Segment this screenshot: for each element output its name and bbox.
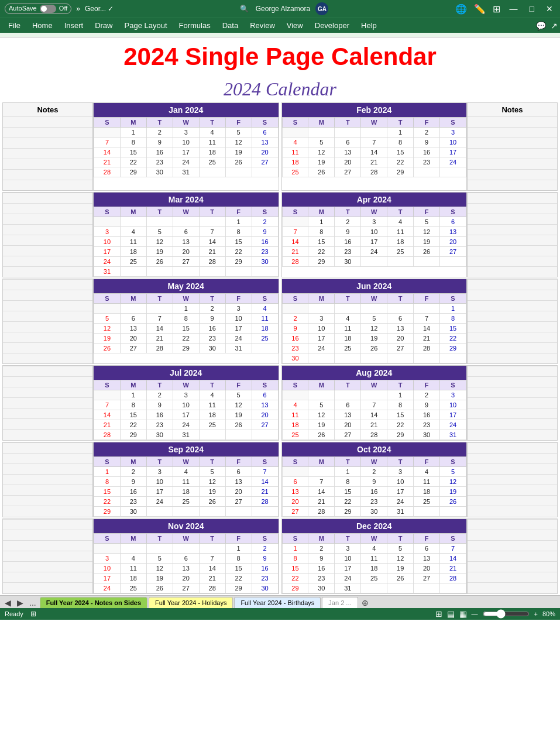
notes-line: [468, 561, 557, 572]
menu-insert[interactable]: Insert: [59, 19, 90, 32]
notes-line: [468, 429, 557, 439]
notes-line: [468, 506, 557, 516]
notes-line: [468, 180, 557, 190]
month-oct: Oct 2024 SMTWTFS 12345 6789101112 131415…: [281, 442, 468, 517]
menu-formulas[interactable]: Formulas: [173, 19, 217, 32]
notes-lines-left-2: [3, 193, 92, 277]
sheet-tab-holidays[interactable]: Full Year 2024 - Holidays: [149, 597, 233, 608]
sheet-tabs: ◀ ▶ ... Full Year 2024 - Notes on Sides …: [0, 595, 560, 608]
sheet-tab-notes-on-sides[interactable]: Full Year 2024 - Notes on Sides: [40, 597, 147, 608]
month-sep-table: SMTWTFS 1234567 891011121314 15161718192…: [94, 456, 279, 517]
comment-icon[interactable]: 💬: [536, 21, 546, 30]
months-area-3: May 2024 SMTWTFS 1234 567891011 12131415…: [93, 279, 467, 364]
page-break-view-icon[interactable]: ▦: [459, 609, 467, 619]
notes-col-left-3: [2, 279, 93, 364]
notes-col-left-5: [2, 442, 93, 517]
tab-prev-button[interactable]: ◀: [2, 598, 13, 607]
notes-line: [468, 397, 557, 408]
title-bar: AutoSave Off » Geor... ✓ 🔍 George Alzamo…: [0, 0, 560, 18]
sheet-tab-birthdays[interactable]: Full Year 2024 - Birthdays: [234, 597, 321, 608]
notes-lines-right-2: [468, 193, 557, 277]
notes-line: [468, 148, 557, 159]
month-sep: Sep 2024 SMTWTFS 1234567 891011121314 15…: [93, 442, 279, 517]
menu-developer[interactable]: Developer: [309, 19, 355, 32]
zoom-out-icon[interactable]: —: [472, 610, 478, 617]
notes-line: [468, 342, 557, 353]
notes-line: [468, 495, 557, 506]
notes-line: [3, 214, 92, 224]
bottom-status-bar: Ready ⊞ ⊞ ▤ ▦ — + 80%: [0, 608, 560, 620]
share-icon[interactable]: ↗: [551, 21, 558, 30]
notes-line: [3, 408, 92, 418]
notes-line: [3, 193, 92, 203]
month-feb: Feb 2024 SMTWTFS 123 45678910 1112131415…: [281, 102, 468, 191]
months-area-6: Nov 2024 SMTWTFS 12 3456789 101112131415…: [93, 518, 467, 594]
close-button[interactable]: ✕: [544, 4, 555, 13]
notes-lines-left-4: [3, 366, 92, 440]
autosave-button[interactable]: AutoSave Off: [5, 4, 71, 14]
menu-right-icons: 💬 ↗: [536, 21, 558, 30]
calendar-title: 2024 Calendar: [0, 74, 560, 102]
notes-header-right-1: Notes: [468, 103, 557, 116]
zoom-slider[interactable]: [483, 609, 530, 619]
month-nov-header: Nov 2024: [94, 519, 279, 533]
notes-lines-right-1: [468, 116, 557, 190]
notes-col-right-4: [467, 365, 558, 441]
month-jun-header: Jun 2024: [282, 279, 467, 293]
menu-home[interactable]: Home: [26, 19, 59, 32]
main-content: Notes Jan 2024 SMTWTFS 123456 7891011121…: [0, 102, 560, 595]
month-mar-header: Mar 2024: [94, 193, 279, 207]
notes-line: [3, 311, 92, 321]
notes-line: [468, 442, 557, 453]
page-header: 2024 Single Page Calendar: [0, 37, 560, 74]
notes-col-left-1: Notes: [2, 102, 93, 191]
notes-line: [3, 256, 92, 266]
autosave-toggle[interactable]: [40, 5, 56, 13]
notes-line: [3, 442, 92, 453]
menu-file[interactable]: File: [2, 19, 26, 32]
zoom-in-icon[interactable]: +: [534, 610, 538, 617]
month-jan-table: SMTWTFS 123456 78910111213 1415161718192…: [94, 117, 279, 177]
notes-line: [3, 530, 92, 540]
notes-lines-left-6: [3, 519, 92, 593]
more-commands-button[interactable]: »: [76, 5, 80, 13]
notes-header-left-1: Notes: [3, 103, 92, 116]
restore-button[interactable]: □: [527, 4, 537, 13]
tab-next-button[interactable]: ▶: [15, 598, 26, 607]
tab-more-button[interactable]: ...: [27, 598, 39, 607]
notes-line: [3, 235, 92, 245]
notes-line: [468, 290, 557, 300]
cal-row-6: Nov 2024 SMTWTFS 12 3456789 101112131415…: [2, 518, 558, 594]
minimize-button[interactable]: —: [507, 4, 520, 13]
notes-line: [3, 519, 92, 530]
avatar: GA: [315, 2, 328, 15]
notes-line: [3, 540, 92, 551]
menu-view[interactable]: View: [281, 19, 309, 32]
menu-review[interactable]: Review: [244, 19, 281, 32]
normal-view-icon[interactable]: ⊞: [435, 609, 442, 619]
file-name[interactable]: Geor... ✓: [85, 5, 114, 13]
notes-line: [3, 245, 92, 256]
add-sheet-button[interactable]: ⊕: [359, 598, 371, 607]
notes-lines-left-1: [3, 116, 92, 190]
menu-data[interactable]: Data: [217, 19, 244, 32]
notes-lines-right-6: [468, 519, 557, 593]
notes-line: [468, 245, 557, 256]
notes-line: [3, 300, 92, 311]
title-bar-left: AutoSave Off » Geor... ✓: [5, 4, 114, 14]
menu-page-layout[interactable]: Page Layout: [119, 19, 173, 32]
cell-mode-icon: ⊞: [30, 610, 36, 618]
notes-col-left-6: [2, 518, 93, 594]
notes-lines-right-3: [468, 279, 557, 363]
month-apr-table: SMTWTFS 123456 78910111213 1415161718192…: [282, 207, 467, 267]
search-icon[interactable]: 🔍: [240, 5, 249, 13]
sheet-tab-jan2[interactable]: Jan 2 ...: [322, 597, 358, 608]
notes-line: [3, 332, 92, 342]
page-layout-view-icon[interactable]: ▤: [447, 609, 455, 619]
notes-line: [468, 540, 557, 551]
menu-draw[interactable]: Draw: [89, 19, 118, 32]
notes-line: [468, 169, 557, 180]
notes-lines-right-5: [468, 442, 557, 517]
menu-help[interactable]: Help: [355, 19, 383, 32]
notes-line: [468, 266, 557, 277]
